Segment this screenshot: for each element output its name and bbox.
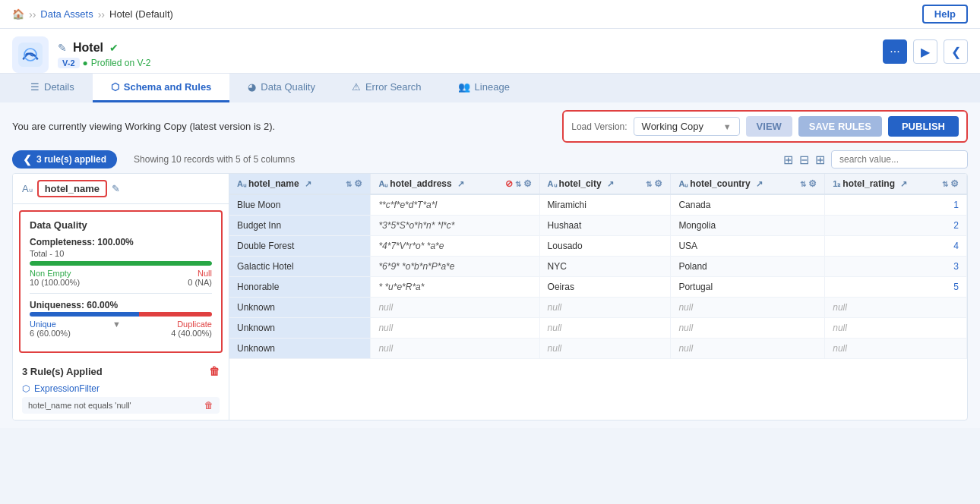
- settings-icon-hotel_city[interactable]: ⚙: [654, 178, 662, 189]
- cell-hotel_address: *4*7*V*r*o* *a*e: [371, 236, 539, 257]
- col-type-icon-hotel_city: Aᵤ: [548, 179, 557, 189]
- cell-hotel_address: *3*5*S*o*h*n* *l*c*: [371, 216, 539, 236]
- dq-title: Data Quality: [30, 219, 212, 231]
- tabs-bar: ☰ Details ⬡ Schema and Rules ◕ Data Qual…: [0, 74, 980, 102]
- cell-hotel_country: USA: [671, 236, 825, 257]
- completeness-total: Total - 10: [30, 249, 212, 258]
- sort-asc-icon-hotel_name[interactable]: ⇅: [346, 180, 352, 188]
- layout-icon[interactable]: ⊞: [815, 153, 825, 167]
- edit-icon[interactable]: ✎: [58, 42, 67, 54]
- col-link-hotel_country[interactable]: ↗: [756, 179, 763, 189]
- cell-hotel_city: NYC: [539, 257, 671, 277]
- search-input[interactable]: [831, 150, 968, 169]
- save-rules-button[interactable]: SAVE RULES: [798, 116, 882, 137]
- tab-error-search[interactable]: ⚠ Error Search: [334, 74, 440, 102]
- cell-hotel_name: Budget Inn: [229, 216, 371, 236]
- col-label-hotel_address: hotel_address: [390, 178, 451, 189]
- rules-applied-badge[interactable]: ❮ 3 rule(s) applied: [12, 150, 117, 169]
- cell-hotel_city: null: [539, 318, 671, 339]
- cell-hotel_address: null: [371, 298, 539, 318]
- expand-cols-icon[interactable]: ⊞: [783, 153, 793, 167]
- col-link-hotel_address[interactable]: ↗: [457, 179, 464, 189]
- profiled-check-icon: ●: [83, 58, 88, 68]
- col-type-icon-hotel_country: Aᵤ: [678, 179, 688, 189]
- delete-all-rules-icon[interactable]: 🗑: [209, 365, 220, 377]
- unique-fill: [30, 312, 139, 317]
- sort-icon-hotel_address[interactable]: ⇅: [515, 180, 521, 188]
- cell-hotel_address: **c*f*e*d*T*a*l: [371, 194, 539, 216]
- cell-hotel_rating: null: [825, 339, 967, 359]
- breadcrumb-hotel: Hotel (Default): [109, 8, 173, 20]
- sort-icon-hotel_rating[interactable]: ⇅: [942, 180, 948, 188]
- uniqueness-title: Uniqueness: 60.00%: [30, 300, 212, 310]
- rule-type-label[interactable]: ExpressionFilter: [34, 383, 100, 394]
- version-select-dropdown[interactable]: Working Copy ▼: [634, 117, 740, 136]
- breadcrumb-data-assets[interactable]: Data Assets: [40, 8, 93, 20]
- rule-type-icon: ⬡: [22, 383, 30, 394]
- view-button[interactable]: VIEW: [746, 116, 792, 137]
- rules-applied-header: 3 Rule(s) Applied 🗑: [22, 365, 220, 377]
- publish-button[interactable]: PUBLISH: [888, 116, 959, 137]
- home-icon[interactable]: 🏠: [12, 8, 24, 20]
- uniqueness-expand-icon[interactable]: ▼: [112, 320, 121, 329]
- tab-lineage[interactable]: 👥 Lineage: [440, 74, 528, 102]
- unique-label: Unique: [30, 320, 56, 329]
- sort-icon-hotel_country[interactable]: ⇅: [800, 180, 806, 188]
- cell-hotel_country: Poland: [671, 257, 825, 277]
- back-button[interactable]: ❮: [944, 39, 968, 64]
- asset-name: Hotel: [73, 41, 103, 55]
- rules-applied-section: 3 Rule(s) Applied 🗑 ⬡ ExpressionFilter h…: [13, 359, 229, 420]
- more-options-button[interactable]: ···: [883, 39, 907, 64]
- asset-name-row: ✎ Hotel ✔: [58, 41, 150, 55]
- settings-icon-hotel_country[interactable]: ⚙: [808, 178, 817, 189]
- cell-hotel_city: null: [539, 298, 671, 318]
- tab-details[interactable]: ☰ Details: [12, 74, 93, 102]
- version-badge: V-2: [58, 58, 80, 68]
- settings-icon-hotel_rating[interactable]: ⚙: [950, 178, 959, 189]
- cell-hotel_address: null: [371, 339, 539, 359]
- null-value: null: [548, 302, 562, 313]
- collapse-arrow-icon: ❮: [23, 153, 32, 165]
- null-count: 0 (NA): [188, 278, 212, 287]
- toolbar-right: ⊞ ⊟ ⊞: [783, 150, 968, 169]
- cell-hotel_name: Blue Moon: [229, 194, 371, 216]
- edit-col-icon[interactable]: ✎: [112, 183, 120, 194]
- null-value: null: [548, 343, 562, 354]
- tab-schema-rules[interactable]: ⬡ Schema and Rules: [93, 74, 230, 102]
- play-button[interactable]: ▶: [913, 39, 937, 64]
- table-toolbar: ❮ 3 rule(s) applied Showing 10 records w…: [12, 150, 968, 169]
- help-button[interactable]: Help: [922, 5, 968, 24]
- col-header-hotel_name: Aᵤ hotel_name ↗ ⇅ ⚙: [229, 174, 371, 194]
- completeness-row: Non Empty Null: [30, 269, 212, 278]
- non-empty-label: Non Empty: [30, 269, 71, 278]
- uniqueness-bar-row: [30, 312, 212, 317]
- col-link-hotel_city[interactable]: ↗: [607, 179, 614, 189]
- sort-icon-hotel_city[interactable]: ⇅: [646, 180, 652, 188]
- table-row: Blue Moon**c*f*e*d*T*a*lMiramichiCanada1: [229, 194, 967, 216]
- delete-rule-icon[interactable]: 🗑: [204, 400, 213, 411]
- cell-hotel_country: null: [671, 298, 825, 318]
- column-header-box: Aᵤ hotel_name ✎: [13, 174, 229, 204]
- top-bar: 🏠 ›› Data Assets ›› Hotel (Default) Help: [0, 0, 980, 29]
- completeness-title: Completeness: 100.00%: [30, 237, 212, 247]
- cell-hotel_city: Miramichi: [539, 194, 671, 216]
- cell-hotel_address: *6*9* *o*b*n*P*a*e: [371, 257, 539, 277]
- settings-icon-hotel_address[interactable]: ⚙: [523, 178, 532, 189]
- tab-data-quality[interactable]: ◕ Data Quality: [229, 74, 334, 102]
- collapse-cols-icon[interactable]: ⊟: [799, 153, 809, 167]
- table-row: Unknownnullnullnullnull: [229, 318, 967, 339]
- col-link-hotel_rating[interactable]: ↗: [900, 179, 907, 189]
- main-layout: Aᵤ hotel_name ✎ Data Quality Completenes…: [12, 173, 968, 421]
- table-row: Unknownnullnullnullnull: [229, 298, 967, 318]
- null-value: null: [678, 302, 693, 313]
- col-link-hotel_name[interactable]: ↗: [305, 179, 311, 189]
- col-label-hotel_country: hotel_country: [690, 178, 750, 189]
- col-label-hotel_rating: hotel_rating: [842, 178, 895, 189]
- details-icon: ☰: [30, 81, 40, 93]
- uniqueness-row: Unique ▼ Duplicate: [30, 320, 212, 329]
- dq-divider: [30, 293, 212, 294]
- settings-icon-hotel_name[interactable]: ⚙: [354, 178, 362, 189]
- table-row: Galactic Hotel*6*9* *o*b*n*P*a*eNYCPolan…: [229, 257, 967, 277]
- cell-hotel_country: Canada: [671, 194, 825, 216]
- null-value: null: [378, 323, 393, 333]
